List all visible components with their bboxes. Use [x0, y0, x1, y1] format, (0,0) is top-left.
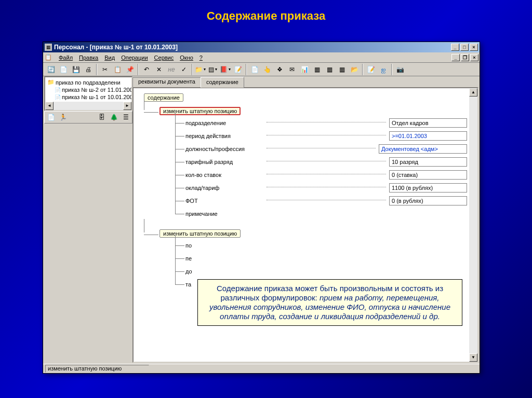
maximize-button[interactable]: □	[460, 44, 469, 51]
field-value[interactable]: 0 (ставка)	[389, 170, 467, 180]
tb-edit2-icon[interactable]: 📝	[365, 64, 377, 75]
tb-grid2-icon[interactable]: ▦	[324, 64, 335, 75]
field-row: тарифный разряд10 разряд	[175, 157, 467, 167]
nav-list-icon[interactable]: ☰	[120, 112, 131, 123]
menu-view[interactable]: Вид	[101, 53, 118, 62]
scroll-left-icon[interactable]: ◄	[45, 102, 54, 110]
field-value[interactable]: 0 (в рублях)	[389, 196, 467, 205]
scroll-up-icon[interactable]: ▲	[469, 88, 477, 97]
tb-hand-icon[interactable]: 👆	[261, 64, 273, 75]
outline-tree: содержание изменить штатную позицию подр…	[134, 88, 477, 297]
field-row: подразделениеОтдел кадров	[175, 118, 467, 128]
statusbar: изменить штатную позицию	[43, 364, 480, 373]
tab-details[interactable]: реквизиты документа	[132, 77, 201, 88]
scroll-down-icon[interactable]: ▼	[469, 353, 477, 362]
annotation-callout: Содержание приказа может быть произвольн…	[197, 279, 462, 326]
field-label: должность/профессия	[185, 146, 263, 152]
v-scrollbar[interactable]: ▲ ▼	[469, 88, 477, 362]
toolbar: 🔄 📄 💾 🖨 ✂ 📋 📌 ↶ ✕ не ✓ 📁▼ ▤▼ 📕▼ 📝 📄 👆 ❖ …	[43, 63, 480, 76]
tb-cut-icon[interactable]: ✂	[99, 64, 111, 75]
tb-sep	[138, 64, 139, 75]
tb-print-icon[interactable]: 🖨	[83, 64, 94, 75]
tb-book-icon[interactable]: 📕▼	[220, 64, 231, 75]
tb-paste-icon[interactable]: 📌	[124, 64, 136, 75]
menubar: 📋 Файл Правка Вид Операции Сервис Окно ?…	[43, 52, 480, 63]
h-scrollbar[interactable]: ◄ ►	[45, 102, 131, 110]
tree-item[interactable]: приказ № ш-1 от 10.01.200	[46, 93, 130, 101]
nav-tree-icon[interactable]: 🌲	[108, 112, 119, 123]
menu-file[interactable]: Файл	[56, 53, 76, 62]
field-row-partial: пе	[175, 253, 467, 264]
mdi-minimize-button[interactable]: _	[451, 54, 460, 61]
tab-content[interactable]: содержание	[201, 77, 244, 88]
status-text: изменить штатную позицию	[45, 365, 149, 373]
nav-db-icon[interactable]: 🗄	[96, 112, 108, 123]
close-button[interactable]: ×	[470, 44, 478, 51]
tb-share-icon[interactable]: ❖	[274, 64, 285, 75]
tb-copy-icon[interactable]: 📋	[112, 64, 123, 75]
field-label: период действия	[185, 133, 263, 139]
field-value[interactable]: 10 разряд	[389, 157, 467, 167]
field-label: кол-во ставок	[185, 172, 263, 178]
tb-delete-icon[interactable]: ✕	[153, 64, 165, 75]
field-value[interactable]: 1100 (в рублях)	[389, 183, 467, 193]
tb-note-icon[interactable]: 📝	[232, 64, 244, 75]
menu-operations[interactable]: Операции	[118, 53, 151, 62]
mdi-restore-button[interactable]: ❐	[461, 54, 469, 61]
tb-folder-add-icon[interactable]: 📁▼	[195, 64, 206, 75]
tb-grid1-icon[interactable]: ▦	[311, 64, 323, 75]
tb-butterfly-icon[interactable]: ஐ	[378, 64, 389, 75]
nav-new-icon[interactable]: 📄	[45, 112, 57, 123]
mdi-close-button[interactable]: ×	[470, 54, 478, 61]
field-label: ФОТ	[185, 198, 263, 204]
menu-help[interactable]: ?	[196, 53, 206, 62]
app-icon: ▦	[45, 44, 52, 51]
tb-sep	[246, 64, 247, 75]
minimize-button[interactable]: _	[451, 44, 459, 51]
tb-italic-icon[interactable]: не	[166, 64, 177, 75]
field-row-partial: до	[175, 266, 467, 277]
navigator-tree[interactable]: приказ по подразделени приказ № ш-2 от 1…	[45, 77, 131, 102]
tb-refresh-icon[interactable]: 🔄	[45, 64, 57, 75]
tb-grid3-icon[interactable]: ▦	[336, 64, 348, 75]
field-value[interactable]: Отдел кадров	[389, 118, 467, 128]
menu-window[interactable]: Окно	[177, 53, 196, 62]
field-row: период действия>=01.01.2003	[175, 131, 467, 141]
tb-doc-icon[interactable]: 📄	[58, 64, 69, 75]
outline-root[interactable]: содержание	[144, 93, 183, 102]
field-row: оклад/тариф1100 (в рублях)	[175, 183, 467, 193]
navigator-panel: приказ по подразделени приказ № ш-2 от 1…	[44, 76, 132, 111]
tree-item[interactable]: приказ № ш-2 от 11.01.200	[46, 86, 130, 93]
field-label: до	[185, 268, 263, 275]
field-value[interactable]: >=01.01.2003	[389, 131, 467, 141]
field-row: должность/профессияДокументовед <адм>	[175, 144, 467, 154]
field-row: примечание	[175, 209, 467, 219]
field-label: тарифный разряд	[185, 159, 263, 165]
tab-strip: реквизиты документа содержание	[132, 76, 478, 87]
tb-sep	[391, 64, 392, 75]
tb-report-icon[interactable]: 📊	[299, 64, 310, 75]
field-row: кол-во ставок0 (ставка)	[175, 170, 467, 180]
slide-title: Содержание приказа	[0, 0, 532, 32]
scroll-right-icon[interactable]: ►	[123, 102, 131, 110]
menu-edit[interactable]: Правка	[76, 53, 101, 62]
field-row: ФОТ0 (в рублях)	[175, 196, 467, 206]
tb-camera-icon[interactable]: 📷	[394, 64, 406, 75]
tb-save-icon[interactable]: 💾	[70, 64, 82, 75]
tb-sep	[362, 64, 363, 75]
field-label: оклад/тариф	[185, 185, 263, 191]
outline-node-2[interactable]: изменить штатную позицию	[159, 229, 241, 238]
titlebar: ▦ Персонал - [приказ № ш-1 от 10.01.2003…	[43, 42, 480, 52]
tb-page-icon[interactable]: ▤▼	[207, 64, 219, 75]
field-value[interactable]: Документовед <адм>	[379, 144, 467, 154]
tb-open-icon[interactable]: 📂	[349, 64, 360, 75]
tb-check-icon[interactable]: ✓	[178, 64, 190, 75]
tree-root[interactable]: приказ по подразделени	[46, 78, 130, 86]
system-menu-icon[interactable]: 📋	[44, 53, 52, 62]
tb-sheet-icon[interactable]: 📄	[249, 64, 260, 75]
nav-run-icon[interactable]: 🏃	[57, 112, 69, 123]
menu-service[interactable]: Сервис	[151, 53, 177, 62]
tb-mail-icon[interactable]: ✉	[286, 64, 298, 75]
tb-undo-icon[interactable]: ↶	[141, 64, 152, 75]
outline-node-1[interactable]: изменить штатную позицию	[159, 107, 241, 115]
